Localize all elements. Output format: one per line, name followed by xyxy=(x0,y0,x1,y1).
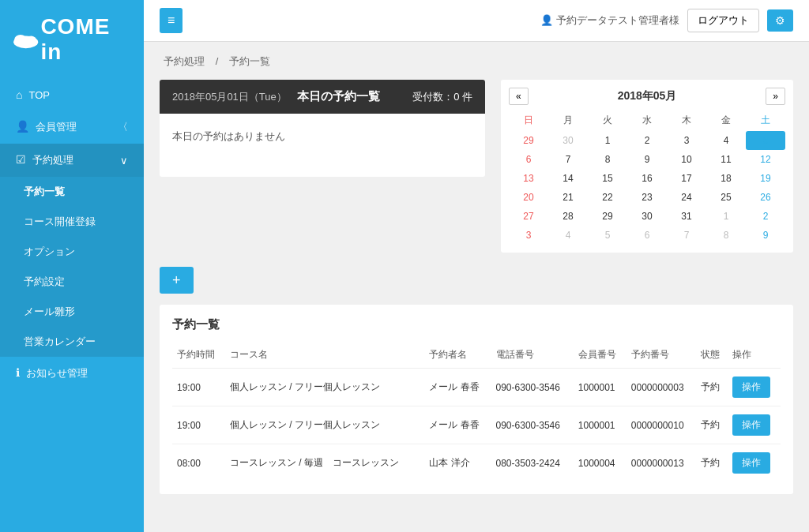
calendar-day[interactable]: 5 xyxy=(588,226,627,245)
weekday-sun: 日 xyxy=(509,110,548,131)
calendar-day[interactable]: 10 xyxy=(667,150,706,169)
calendar-day[interactable]: 30 xyxy=(548,131,588,150)
calendar-day[interactable]: 17 xyxy=(667,169,706,188)
no-reservation-text: 本日の予約はありません xyxy=(172,130,285,142)
status-cell: 予約 xyxy=(696,369,728,406)
course-cell: コースレッスン / 毎週 コースレッスン xyxy=(225,444,424,482)
calendar-day[interactable]: 8 xyxy=(588,150,627,169)
weekday-wed: 水 xyxy=(627,110,667,131)
app-title: COME in xyxy=(40,14,131,65)
table-header: 状態 xyxy=(696,342,728,369)
calendar-next-button[interactable]: » xyxy=(766,88,785,105)
calendar-day[interactable]: 8 xyxy=(706,226,746,245)
main-content: ≡ 👤 予約データテスト管理者様 ログアウト ⚙ 予約処理 / 予約一覧 201… xyxy=(144,0,809,532)
reservation-table: 予約時間コース名予約者名電話番号会員番号予約番号状態操作 19:00個人レッスン… xyxy=(172,342,781,481)
calendar-day[interactable]: 30 xyxy=(627,207,667,226)
calendar-table: 日 月 火 水 木 金 土 29301234567891011121314151… xyxy=(509,110,785,245)
reservation-id-cell: 0000000013 xyxy=(627,444,696,482)
calendar-day[interactable]: 7 xyxy=(667,226,706,245)
calendar-day[interactable]: 13 xyxy=(509,169,548,188)
sidebar-sub-business-calendar[interactable]: 営業カレンダー xyxy=(0,327,144,357)
weekday-tue: 火 xyxy=(588,110,627,131)
calendar-day[interactable]: 9 xyxy=(746,226,785,245)
calendar-day[interactable]: 20 xyxy=(509,188,548,207)
sidebar-item-top[interactable]: ⌂TOP xyxy=(0,79,144,111)
calendar-day[interactable]: 1 xyxy=(706,207,746,226)
calendar-day[interactable]: 6 xyxy=(509,150,548,169)
calendar-day[interactable]: 22 xyxy=(588,188,627,207)
calendar-day[interactable]: 3 xyxy=(509,226,548,245)
home-icon: ⌂ xyxy=(16,88,22,101)
calendar-day[interactable]: 4 xyxy=(706,131,746,150)
svg-point-1 xyxy=(14,35,27,44)
name-cell: メール 春香 xyxy=(424,369,491,406)
reservation-icon: ☑ xyxy=(16,153,26,166)
calendar-day[interactable]: 16 xyxy=(627,169,667,188)
sidebar-sub-reservation-list[interactable]: 予約一覧 xyxy=(0,177,144,207)
calendar-day[interactable]: 12 xyxy=(746,150,785,169)
name-cell: 山本 洋介 xyxy=(424,444,491,482)
add-reservation-button[interactable]: + xyxy=(160,267,194,294)
calendar-day[interactable]: 3 xyxy=(667,131,706,150)
calendar-day[interactable]: 29 xyxy=(509,131,548,150)
sidebar-item-members[interactable]: 👤会員管理 〈 xyxy=(0,111,144,144)
calendar-day[interactable]: 26 xyxy=(746,188,785,207)
status-cell: 予約 xyxy=(696,444,728,482)
operation-button[interactable]: 操作 xyxy=(732,452,770,474)
logout-button[interactable]: ログアウト xyxy=(687,9,759,32)
calendar-day[interactable]: 5 xyxy=(746,131,785,150)
sidebar-sub-reservation-settings[interactable]: 予約設定 xyxy=(0,267,144,297)
status-cell: 予約 xyxy=(696,406,728,444)
calendar-day[interactable]: 1 xyxy=(588,131,627,150)
reservation-list-title: 予約一覧 xyxy=(172,317,781,332)
calendar-day[interactable]: 15 xyxy=(588,169,627,188)
header-user: 👤 予約データテスト管理者様 xyxy=(540,13,679,28)
chevron-left-icon: 〈 xyxy=(118,120,128,134)
cloud-icon xyxy=(13,29,39,50)
operation-button[interactable]: 操作 xyxy=(732,377,770,398)
operation-cell: 操作 xyxy=(728,406,781,444)
calendar-day[interactable]: 2 xyxy=(627,131,667,150)
sidebar-sub-mail-form[interactable]: メール雛形 xyxy=(0,297,144,327)
calendar-day[interactable]: 28 xyxy=(548,207,588,226)
member-id-cell: 1000001 xyxy=(574,369,627,406)
calendar-day[interactable]: 6 xyxy=(627,226,667,245)
table-header: コース名 xyxy=(225,342,424,369)
calendar-day[interactable]: 31 xyxy=(667,207,706,226)
calendar-day[interactable]: 11 xyxy=(706,150,746,169)
calendar-day[interactable]: 25 xyxy=(706,188,746,207)
calendar-day[interactable]: 23 xyxy=(627,188,667,207)
phone-cell: 080-3503-2424 xyxy=(491,444,574,482)
date-card-header: 2018年05月01日（Tue） 本日の予約一覧 受付数：0 件 xyxy=(160,80,485,114)
calendar-day[interactable]: 18 xyxy=(706,169,746,188)
date-card: 2018年05月01日（Tue） 本日の予約一覧 受付数：0 件 本日の予約はあ… xyxy=(160,80,485,177)
table-header: 予約番号 xyxy=(627,342,696,369)
calendar-day[interactable]: 4 xyxy=(548,226,588,245)
settings-button[interactable]: ⚙ xyxy=(767,9,793,32)
calendar-day[interactable]: 21 xyxy=(548,188,588,207)
operation-button[interactable]: 操作 xyxy=(732,414,770,436)
info-icon: ℹ xyxy=(16,366,20,379)
table-row: 19:00個人レッスン / フリー個人レッスンメール 春香090-6300-35… xyxy=(172,406,781,444)
reservation-id-cell: 0000000003 xyxy=(627,369,696,406)
calendar-day[interactable]: 2 xyxy=(746,207,785,226)
calendar-day[interactable]: 19 xyxy=(746,169,785,188)
table-row: 19:00個人レッスン / フリー個人レッスンメール 春香090-6300-35… xyxy=(172,369,781,406)
sidebar-item-reservations[interactable]: ☑予約処理 ∨ xyxy=(0,144,144,177)
breadcrumb: 予約処理 / 予約一覧 xyxy=(160,54,793,69)
member-id-cell: 1000001 xyxy=(574,406,627,444)
calendar-day[interactable]: 14 xyxy=(548,169,588,188)
time-cell: 19:00 xyxy=(172,369,225,406)
operation-cell: 操作 xyxy=(728,444,781,482)
calendar-day[interactable]: 27 xyxy=(509,207,548,226)
menu-button[interactable]: ≡ xyxy=(160,8,182,33)
calendar-prev-button[interactable]: « xyxy=(509,88,529,105)
calendar-day[interactable]: 24 xyxy=(667,188,706,207)
calendar-day[interactable]: 29 xyxy=(588,207,627,226)
table-header: 予約者名 xyxy=(424,342,491,369)
calendar-day[interactable]: 9 xyxy=(627,150,667,169)
calendar-day[interactable]: 7 xyxy=(548,150,588,169)
sidebar-item-notice[interactable]: ℹお知らせ管理 xyxy=(0,357,144,390)
sidebar-sub-course-register[interactable]: コース開催登録 xyxy=(0,207,144,237)
sidebar-sub-options[interactable]: オプション xyxy=(0,237,144,267)
